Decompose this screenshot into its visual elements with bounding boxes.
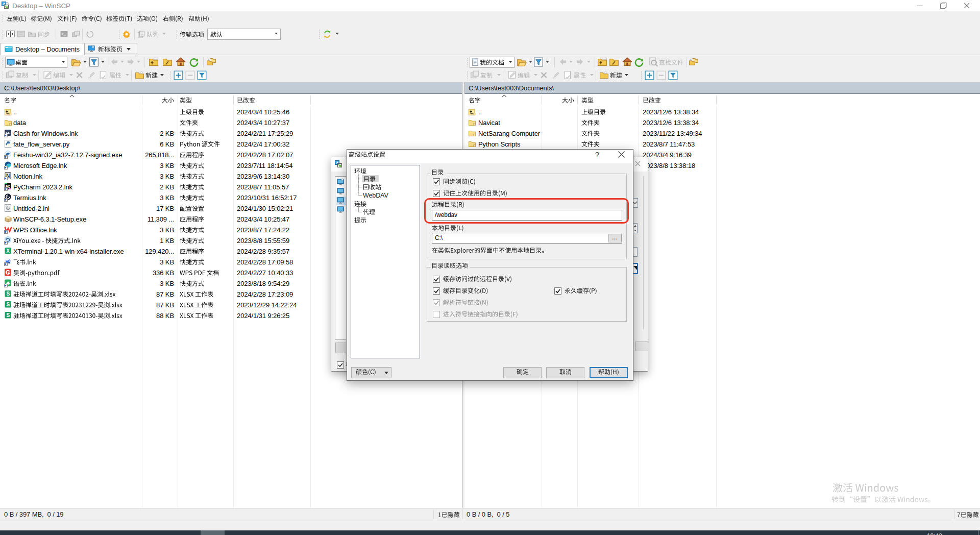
- svg-text:S: S: [7, 291, 10, 297]
- svg-text:S: S: [7, 302, 10, 307]
- svg-text:X: X: [6, 248, 10, 254]
- svg-text:P: P: [7, 270, 10, 275]
- svg-text:S: S: [7, 312, 10, 318]
